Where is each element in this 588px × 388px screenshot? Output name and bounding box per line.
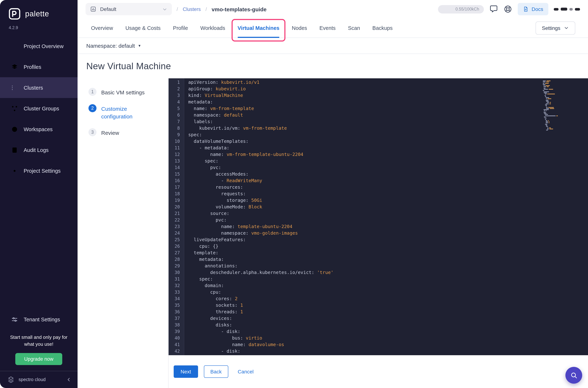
line-number: 34: [169, 295, 184, 302]
chat-icon[interactable]: [489, 5, 498, 13]
search-fab[interactable]: [565, 367, 582, 384]
code-line[interactable]: 22 pvc:: [169, 217, 588, 223]
code-line[interactable]: 3kind: VirtualMachine: [169, 92, 588, 99]
code-line[interactable]: 14 pvc:: [169, 164, 588, 171]
line-number: 22: [169, 217, 184, 223]
tab-overview[interactable]: Overview: [91, 18, 113, 38]
tab-label: Workloads: [201, 25, 225, 31]
code-text: storage: 50Gi: [184, 197, 262, 204]
code-line[interactable]: 7 labels:: [169, 118, 588, 125]
sidebar-item-project-overview[interactable]: Project Overview: [0, 36, 78, 56]
code-line[interactable]: 41 name: datavolume-os: [169, 341, 588, 348]
line-number: 37: [169, 315, 184, 322]
step-number: 2: [89, 104, 96, 112]
code-line[interactable]: 37 devices:: [169, 315, 588, 322]
code-line[interactable]: 16 - ReadWriteMany: [169, 177, 588, 184]
docs-button[interactable]: Docs: [518, 3, 548, 15]
settings-button[interactable]: Settings: [536, 21, 575, 34]
upgrade-now-button[interactable]: Upgrade now: [16, 353, 62, 365]
code-line[interactable]: 28 metadata:: [169, 256, 588, 263]
code-line[interactable]: 8 kubevirt.io/vm: vm-from-template: [169, 125, 588, 132]
line-number: 28: [169, 256, 184, 263]
sidebar-footer: spectro cloud: [0, 371, 78, 388]
code-line[interactable]: 35 sockets: 1: [169, 302, 588, 309]
tab-workloads[interactable]: Workloads: [201, 18, 225, 38]
code-text: template:: [184, 250, 218, 256]
yaml-editor[interactable]: 1apiVersion: kubevirt.io/v12apiGroup: ku…: [169, 78, 588, 355]
line-number: 19: [169, 197, 184, 204]
tab-scan[interactable]: Scan: [348, 18, 360, 38]
code-text: namespace: vmo-golden-images: [184, 230, 298, 237]
app-root: palette 4.2.9 Project OverviewProfilesCl…: [0, 0, 588, 388]
tab-label: Usage & Costs: [125, 25, 160, 31]
code-line[interactable]: 33 cpu:: [169, 289, 588, 295]
help-icon[interactable]: [503, 5, 512, 13]
sidebar-item-project-settings[interactable]: Project Settings: [0, 160, 78, 181]
code-line[interactable]: 13 spec:: [169, 158, 588, 164]
sidebar-item-audit-logs[interactable]: Audit Logs: [0, 140, 78, 160]
tab-virtual-machines[interactable]: Virtual Machines: [238, 18, 279, 38]
line-number: 13: [169, 158, 184, 164]
tab-profile[interactable]: Profile: [173, 18, 188, 38]
breadcrumb-clusters-link[interactable]: Clusters: [183, 6, 201, 12]
code-line[interactable]: 17 resources:: [169, 184, 588, 191]
sidebar-item-tenant-settings[interactable]: Tenant Settings: [0, 309, 78, 330]
tab-backups[interactable]: Backups: [372, 18, 393, 38]
code-text: cpu:: [184, 289, 221, 295]
code-line[interactable]: 9spec:: [169, 132, 588, 138]
editor-minimap[interactable]: [543, 80, 567, 131]
code-text: disks:: [184, 322, 232, 328]
stepper-step-2[interactable]: 2Customize configuration: [89, 104, 168, 120]
page-title-row: New Virtual Machine: [78, 54, 588, 78]
code-text: spec:: [184, 276, 213, 282]
sidebar-item-cluster-groups[interactable]: Cluster Groups: [0, 98, 78, 119]
code-line[interactable]: 25 liveUpdateFeatures:: [169, 237, 588, 243]
code-line[interactable]: 21 source:: [169, 210, 588, 217]
code-line[interactable]: 30 descheduler.alpha.kubernetes.io/evict…: [169, 269, 588, 276]
code-line[interactable]: 11 - metadata:: [169, 145, 588, 151]
code-line[interactable]: 34 cores: 2: [169, 295, 588, 302]
code-line[interactable]: 24 namespace: vmo-golden-images: [169, 230, 588, 237]
layers-icon: [11, 63, 18, 71]
code-line[interactable]: 39 - disk:: [169, 328, 588, 335]
code-line[interactable]: 32 domain:: [169, 282, 588, 289]
code-line[interactable]: 23 name: template-ubuntu-2204: [169, 223, 588, 230]
sidebar: palette 4.2.9 Project OverviewProfilesCl…: [0, 0, 78, 388]
code-text: liveUpdateFeatures:: [184, 237, 246, 243]
stepper-step-1[interactable]: 1Basic VM settings: [89, 88, 168, 96]
cancel-button[interactable]: Cancel: [234, 369, 257, 375]
code-line[interactable]: 36 threads: 1: [169, 309, 588, 315]
tab-nodes[interactable]: Nodes: [292, 18, 307, 38]
sidebar-collapse-button[interactable]: [66, 377, 72, 383]
code-line[interactable]: 26 cpu: {}: [169, 243, 588, 250]
code-line[interactable]: 10 dataVolumeTemplates:: [169, 138, 588, 145]
code-text: annotations:: [184, 263, 238, 269]
sidebar-item-profiles[interactable]: Profiles: [0, 56, 78, 77]
code-line[interactable]: 38 disks:: [169, 322, 588, 328]
code-line[interactable]: 2apiGroup: kubevirt.io: [169, 86, 588, 92]
project-selector[interactable]: Default: [86, 3, 172, 15]
next-button[interactable]: Next: [174, 365, 198, 378]
code-line[interactable]: 6 namespace: default: [169, 112, 588, 118]
code-line[interactable]: 18 requests:: [169, 191, 588, 197]
namespace-selector[interactable]: Namespace: default ▾: [78, 38, 588, 54]
code-line[interactable]: 20 volumeMode: Block: [169, 204, 588, 210]
tab-events[interactable]: Events: [319, 18, 336, 38]
sidebar-item-workspaces[interactable]: Workspaces: [0, 119, 78, 140]
code-line[interactable]: 42 - disk:: [169, 348, 588, 355]
stepper-step-3[interactable]: 3Review: [89, 128, 168, 137]
code-line[interactable]: 12 name: vm-from-template-ubuntu-2204: [169, 151, 588, 158]
code-text: pvc:: [184, 164, 221, 171]
code-line[interactable]: 40 bus: virtio: [169, 335, 588, 341]
code-line[interactable]: 1apiVersion: kubevirt.io/v1: [169, 79, 588, 86]
back-button[interactable]: Back: [204, 365, 228, 378]
code-line[interactable]: 29 annotations:: [169, 263, 588, 269]
code-line[interactable]: 27 template:: [169, 250, 588, 256]
code-line[interactable]: 31 spec:: [169, 276, 588, 282]
code-line[interactable]: 19 storage: 50Gi: [169, 197, 588, 204]
tab-usage-costs[interactable]: Usage & Costs: [125, 18, 160, 38]
code-line[interactable]: 15 accessModes:: [169, 171, 588, 177]
sidebar-item-clusters[interactable]: Clusters: [0, 77, 78, 98]
code-line[interactable]: 5 name: vm-from-template: [169, 105, 588, 112]
code-line[interactable]: 4metadata:: [169, 99, 588, 105]
